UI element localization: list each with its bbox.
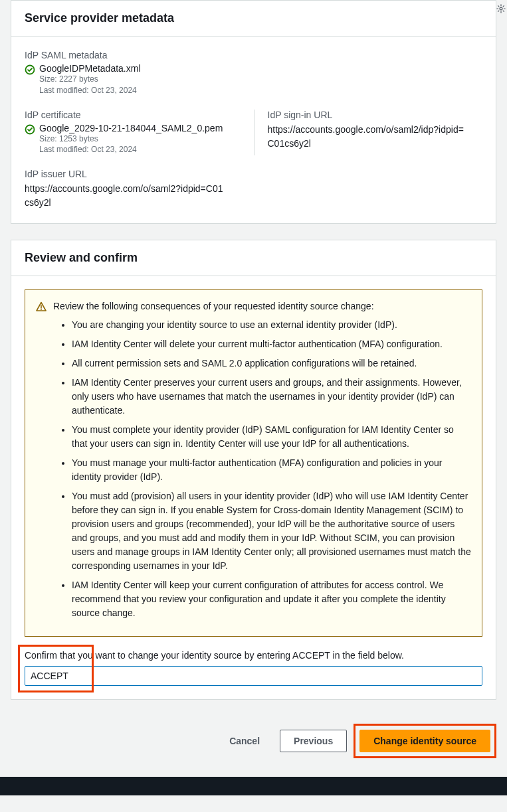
file-name: Google_2029-10-21-184044_SAML2_0.pem	[39, 123, 241, 133]
warning-alert: Review the following consequences of you…	[25, 289, 482, 637]
list-item: You are changing your identity source to…	[72, 318, 471, 332]
footer-bar	[0, 777, 507, 795]
list-item: You must add (provision) all users in yo…	[72, 489, 471, 573]
field-label: IdP SAML metadata	[25, 50, 482, 60]
idp-issuer-url-field: IdP issuer URL https://accounts.google.c…	[25, 169, 482, 210]
list-item: IAM Identity Center will keep your curre…	[72, 578, 471, 620]
success-check-icon	[25, 64, 35, 77]
list-item: All current permission sets and SAML 2.0…	[72, 357, 471, 370]
service-provider-metadata-panel: Service provider metadata IdP SAML metad…	[11, 0, 496, 224]
consequences-list: You are changing your identity source to…	[53, 318, 471, 620]
list-item: IAM Identity Center will delete your cur…	[72, 337, 471, 351]
list-item: You must manage your multi-factor authen…	[72, 456, 471, 484]
list-item: You must complete your identity provider…	[72, 423, 471, 451]
review-confirm-panel: Review and confirm Review the following …	[11, 240, 496, 700]
confirm-accept-input[interactable]	[25, 666, 482, 686]
panel-header: Service provider metadata	[11, 1, 496, 37]
file-size: Size: 2227 bytes	[39, 74, 482, 85]
field-label: IdP sign-in URL	[268, 110, 470, 120]
confirm-label: Confirm that you want to change your ide…	[25, 650, 482, 661]
highlight-box: Change identity source	[354, 724, 496, 758]
svg-point-3	[41, 309, 42, 310]
previous-button[interactable]: Previous	[280, 730, 347, 752]
list-item: IAM Identity Center preserves your curre…	[72, 376, 471, 418]
idp-saml-metadata-field: IdP SAML metadata GoogleIDPMetadata.xml …	[25, 50, 482, 96]
idp-signin-url-field: IdP sign-in URL https://accounts.google.…	[254, 110, 483, 156]
warning-icon	[36, 301, 47, 625]
svg-point-4	[500, 7, 502, 10]
success-check-icon	[25, 124, 35, 137]
wizard-actions: Cancel Previous Change identity source	[11, 716, 496, 771]
cancel-button[interactable]: Cancel	[216, 730, 273, 752]
file-modified: Last modified: Oct 23, 2024	[39, 85, 482, 96]
panel-title: Review and confirm	[25, 251, 482, 265]
field-value: https://accounts.google.com/o/saml2?idpi…	[25, 182, 224, 210]
field-label: IdP certificate	[25, 110, 241, 120]
file-modified: Last modified: Oct 23, 2024	[39, 144, 241, 155]
confirm-section: Confirm that you want to change your ide…	[25, 650, 482, 686]
idp-certificate-field: IdP certificate Google_2029-10-21-184044…	[25, 110, 254, 156]
gear-icon[interactable]	[496, 4, 506, 15]
panel-header: Review and confirm	[11, 240, 496, 276]
file-size: Size: 1253 bytes	[39, 133, 241, 145]
change-identity-source-button[interactable]: Change identity source	[359, 730, 490, 752]
panel-title: Service provider metadata	[25, 11, 482, 25]
field-value: https://accounts.google.com/o/saml2/idp?…	[268, 123, 470, 151]
field-label: IdP issuer URL	[25, 169, 482, 179]
alert-intro: Review the following consequences of you…	[53, 301, 471, 311]
file-name: GoogleIDPMetadata.xml	[39, 63, 482, 74]
